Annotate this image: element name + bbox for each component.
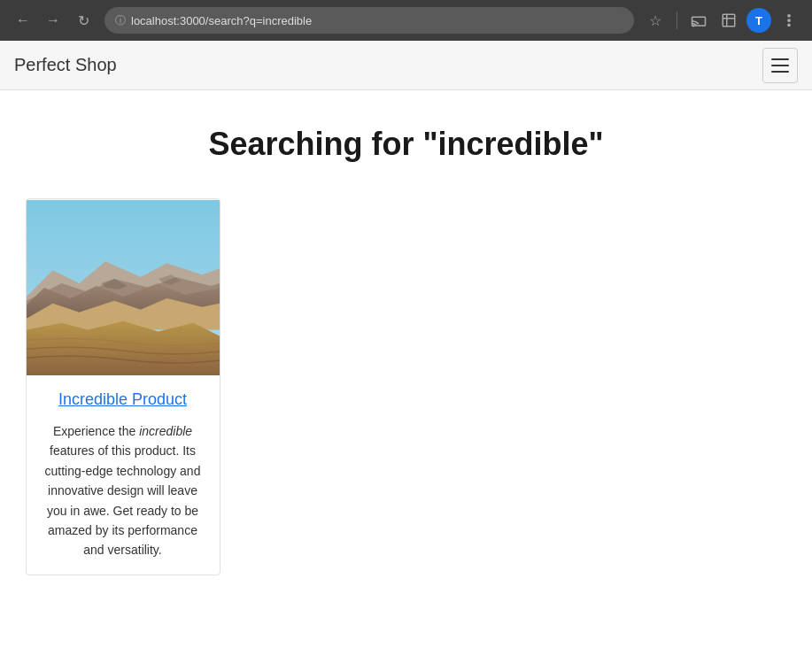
product-info: Incredible Product Experience the incred…	[27, 376, 220, 575]
browser-actions: ☆ T	[643, 8, 801, 33]
browser-nav-buttons: ← → ↻	[11, 8, 96, 33]
browser-chrome: ← → ↻ ⓘ localhost:3000/search?q=incredib…	[0, 0, 812, 41]
app-navbar: Perfect Shop	[0, 41, 812, 90]
search-heading: Searching for "incredible"	[26, 126, 787, 163]
lock-icon: ⓘ	[115, 13, 126, 28]
product-name-link[interactable]: Incredible Product	[41, 390, 205, 409]
product-description: Experience the incredible features of th…	[41, 421, 205, 560]
svg-point-3	[788, 19, 790, 21]
description-part1: Experience the	[53, 424, 139, 438]
description-part2: features of this product. Its cutting-ed…	[45, 443, 201, 557]
address-bar[interactable]: ⓘ localhost:3000/search?q=incredible	[104, 7, 634, 34]
search-results-grid: Incredible Product Experience the incred…	[26, 198, 787, 575]
separator-1	[677, 12, 677, 29]
forward-button[interactable]: →	[41, 8, 66, 33]
back-button[interactable]: ←	[11, 8, 35, 33]
cast-button[interactable]	[686, 8, 711, 33]
url-text: localhost:3000/search?q=incredible	[131, 14, 312, 27]
menu-button[interactable]	[777, 8, 801, 33]
svg-rect-1	[723, 14, 735, 27]
product-image	[27, 199, 220, 376]
main-content: Searching for "incredible"	[8, 90, 805, 611]
product-card: Incredible Product Experience the incred…	[26, 198, 220, 575]
hamburger-line-1	[771, 58, 789, 60]
app-title: Perfect Shop	[14, 55, 762, 75]
star-button[interactable]: ☆	[643, 8, 668, 33]
profile-avatar[interactable]: T	[746, 8, 771, 33]
svg-point-4	[788, 24, 790, 26]
hamburger-line-2	[771, 65, 789, 66]
svg-marker-10	[27, 321, 220, 375]
hamburger-line-3	[771, 71, 789, 73]
description-em: incredible	[139, 424, 192, 438]
svg-point-2	[788, 15, 790, 17]
reload-button[interactable]: ↻	[71, 8, 96, 33]
product-image-container	[27, 199, 220, 376]
hamburger-button[interactable]	[762, 48, 798, 83]
fullscreen-button[interactable]	[716, 8, 741, 33]
